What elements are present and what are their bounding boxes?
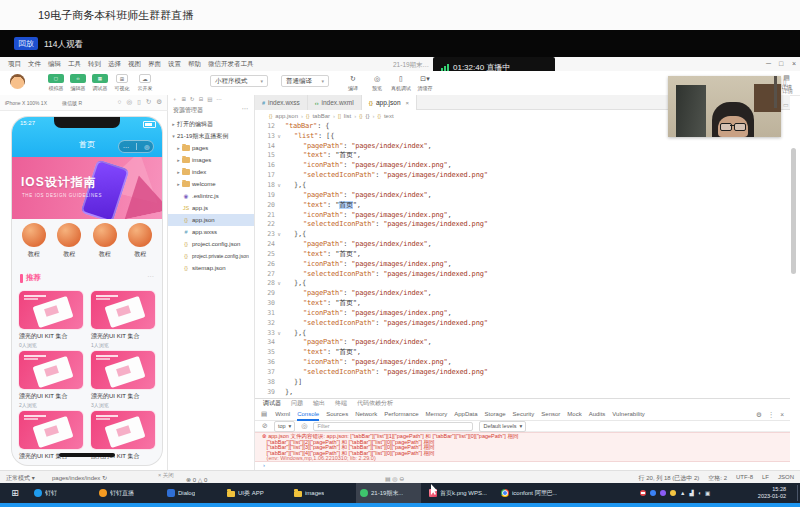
banner[interactable]: IOS设计指南 THE IOS DESIGN GUIDELINES [12, 157, 162, 219]
toolbar-action[interactable]: ⊡▾清缓存 [414, 74, 436, 91]
network-icon[interactable]: ▟ [689, 490, 693, 496]
problems-indicator[interactable]: ⊗ 0 △ 0 [186, 476, 207, 483]
devtools-tab-performance[interactable]: Performance [384, 408, 418, 421]
explorer-item-images[interactable]: ▸images [168, 154, 255, 166]
taskbar-item-chrome[interactable]: iconfont 阿里巴... [497, 483, 561, 503]
toolbar-action[interactable]: ↻编译 [342, 74, 364, 91]
tutorial-item[interactable]: 教程 [93, 223, 117, 269]
breadcrumb-item[interactable]: {} [366, 113, 370, 119]
explorer-item-.eslintrc.js[interactable]: ◉.eslintrc.js [168, 190, 255, 202]
menu-item[interactable]: 编辑 [48, 60, 61, 69]
device-icon[interactable]: ▯ [137, 98, 141, 106]
toolbar-toggle[interactable]: ▢模拟器 [46, 74, 66, 91]
ui-kit-card[interactable]: 漂亮的UI KIT 集合0人浏览 [19, 291, 83, 348]
tab-index.wxss[interactable]: #index.wxss [255, 95, 308, 110]
more-icon[interactable]: ⋯ [217, 96, 223, 103]
explorer-item-welcome[interactable]: ▸welcome [168, 178, 255, 190]
tray-icon[interactable] [670, 490, 676, 496]
gear-icon[interactable]: ⚙ [756, 411, 762, 419]
mode-indicator[interactable]: 正常模式 ▾ [6, 474, 35, 483]
page-scrollbar[interactable] [791, 148, 796, 274]
devtools-tab-security[interactable]: Security [513, 408, 535, 421]
tray-icon[interactable] [660, 490, 666, 496]
explorer-item-app.wxss[interactable]: #app.wxss [168, 226, 255, 238]
minimize-icon[interactable]: ─ [766, 60, 771, 67]
explorer-more-icon[interactable]: ⋯ [242, 105, 249, 113]
phone-icon[interactable]: ▯ [783, 78, 787, 86]
webcam-video[interactable] [668, 76, 781, 137]
tutorial-item[interactable]: 教程 [57, 223, 81, 269]
taskbar-item-devtools[interactable]: 21-19期末... [356, 483, 421, 503]
devtools-tab-vulnerability[interactable]: Vulnerability [612, 408, 644, 421]
explorer-item-21-19[interactable]: ▾21-19期末直播案例 [168, 130, 255, 142]
settings-icon[interactable]: ⚙ [156, 98, 162, 106]
clear-console-icon[interactable]: ⊘ [262, 422, 268, 430]
devtools-tab-wxml[interactable]: Wxml [275, 408, 290, 421]
indentation[interactable]: 空格: 2 [708, 474, 727, 483]
menu-item[interactable]: 文件 [28, 60, 41, 69]
device-toolbar-icon[interactable]: ▤ [261, 410, 267, 418]
devtools-tab-console[interactable]: Console [297, 408, 319, 421]
eye-icon[interactable]: ◎ [301, 422, 307, 430]
devtools-tab-storage[interactable]: Storage [485, 408, 506, 421]
ui-kit-card[interactable]: 漂亮的UI KIT 集合2人浏览 [19, 351, 83, 408]
toolbar-button[interactable]: ☁云开发 [135, 74, 155, 91]
ui-kit-card[interactable]: 漂亮的UI KIT 集合3人浏览 [91, 351, 155, 408]
menu-item[interactable]: 微信开发者工具 [208, 60, 254, 69]
menu-item[interactable]: 视图 [128, 60, 141, 69]
tab-index.wxml[interactable]: ‹›index.wxml [308, 95, 362, 110]
devtools-tab-mock[interactable]: Mock [567, 408, 581, 421]
console-prompt[interactable]: › [255, 462, 790, 470]
devtools-tab-audits[interactable]: Audits [589, 408, 606, 421]
explorer-item-project.config.json[interactable]: {}project.config.json [168, 238, 255, 250]
breadcrumb-item[interactable]: text [384, 113, 394, 119]
explorer-item-app.json[interactable]: {}app.json [168, 214, 255, 226]
close-icon[interactable]: × [792, 60, 796, 67]
taskbar-clock[interactable]: 15:28 2023-01-02 [758, 486, 786, 500]
avatar[interactable] [10, 74, 25, 89]
new-file-icon[interactable]: ＋ [172, 96, 178, 103]
breadcrumb-item[interactable]: tabBar [312, 113, 330, 119]
kebab-icon[interactable]: ⋮ [768, 411, 775, 419]
encoding[interactable]: UTF-8 [736, 474, 753, 483]
volume-icon[interactable]: ◖ [698, 490, 701, 496]
devtools-tab-network[interactable]: Network [355, 408, 377, 421]
screenshot-icon[interactable]: ◎ [126, 98, 132, 106]
tutorial-item[interactable]: 教程 [22, 223, 46, 269]
compile-dropdown[interactable]: 普通编译▾ [281, 75, 329, 87]
devtools-tab-appdata[interactable]: AppData [454, 408, 477, 421]
devtools-tab-sources[interactable]: Sources [326, 408, 348, 421]
explorer-item-pages[interactable]: ▸pages [168, 142, 255, 154]
close-label[interactable]: × 关闭 [158, 472, 174, 479]
list-icon[interactable]: ▤ [207, 96, 212, 103]
explorer-item-sitemap.json[interactable]: {}sitemap.json [168, 262, 255, 274]
language-mode[interactable]: JSON [778, 474, 794, 483]
section-more-icon[interactable]: ⋯ [147, 273, 154, 281]
keyboard-icon[interactable]: ▣ [705, 490, 710, 496]
tab-app.json[interactable]: {}app.json× [362, 95, 417, 110]
close-icon[interactable]: × [780, 411, 784, 418]
rotate-icon[interactable]: ○ [118, 98, 122, 106]
collapse-icon[interactable]: ⊟ [199, 96, 204, 103]
context-dropdown[interactable]: top▾ [274, 421, 295, 432]
breadcrumb-item[interactable]: list [344, 113, 351, 119]
filter-input[interactable] [313, 422, 473, 431]
start-button[interactable]: ⊞ [6, 483, 24, 503]
breadcrumb-item[interactable]: app.json [275, 113, 298, 119]
show-desktop-button[interactable] [797, 485, 798, 501]
refresh-icon[interactable]: ↻ [146, 98, 151, 106]
toolbar-action[interactable]: ◎预览 [366, 74, 388, 91]
tray-icon[interactable] [650, 490, 656, 496]
refresh-icon[interactable]: ↻ [190, 96, 195, 103]
toolbar-action[interactable]: ▯真机调试 [390, 74, 412, 91]
toolbar-toggle[interactable]: ▦调试器 [90, 74, 110, 91]
panel-icon[interactable]: ▭ [783, 101, 789, 108]
tray-up-icon[interactable]: ▲ [680, 490, 685, 496]
menu-item[interactable]: 设置 [168, 60, 181, 69]
toolbar-button[interactable]: ⊞可视化 [112, 74, 132, 91]
tray-icon[interactable] [640, 490, 646, 496]
device-selector[interactable]: iPhone X 100% 1X [5, 100, 47, 106]
explorer-item-project.private.config.json[interactable]: {}project.private.config.json [168, 250, 255, 262]
ui-kit-card[interactable]: 漂亮的UI KIT 集合1人浏览 [91, 291, 155, 348]
explorer-item-[interactable]: ▸打开的编辑器 [168, 118, 255, 130]
